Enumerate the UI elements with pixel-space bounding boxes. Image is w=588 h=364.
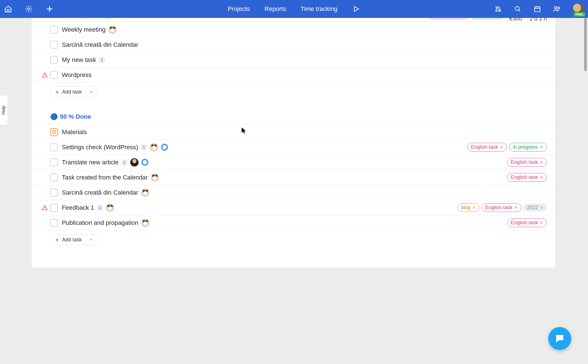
tag-label: English task xyxy=(485,205,512,211)
add-task-button[interactable]: Add task xyxy=(50,234,87,245)
assignee-avatar[interactable] xyxy=(150,143,158,151)
task-checkbox[interactable] xyxy=(50,204,58,212)
task-title: Settings check (WordPress) xyxy=(62,144,138,151)
task-row[interactable]: My new task1 xyxy=(32,52,555,67)
nav-time-tracking[interactable]: Time tracking xyxy=(301,5,337,13)
status-ring-icon[interactable] xyxy=(104,18,111,18)
search-icon[interactable] xyxy=(514,5,522,13)
status-ring-icon[interactable] xyxy=(161,144,168,151)
help-tab-label: Help xyxy=(1,106,6,115)
help-tab[interactable]: Help xyxy=(0,95,8,125)
chat-fab-button[interactable] xyxy=(548,327,571,350)
task-row[interactable]: Translate new article1English task✕ xyxy=(32,155,555,170)
section-title-label: 50 % Done xyxy=(60,113,91,120)
add-task-label: Add task xyxy=(62,237,82,243)
assignee-avatar[interactable] xyxy=(141,219,150,227)
nav-reports[interactable]: Reports xyxy=(265,5,286,13)
tag-label: English task xyxy=(511,159,538,165)
svg-point-3 xyxy=(554,6,557,9)
add-task-dropdown-button[interactable] xyxy=(87,234,96,245)
add-icon[interactable] xyxy=(45,5,54,13)
home-icon[interactable] xyxy=(4,5,12,13)
tag[interactable]: in progress✕ xyxy=(509,143,547,151)
task-row[interactable]: Publication and propagationEnglish task✕ xyxy=(32,215,555,230)
list-header-label: Materials xyxy=(62,129,87,136)
tag[interactable]: 2022✕ xyxy=(524,204,547,212)
task-checkbox[interactable] xyxy=(50,189,58,197)
task-checkbox[interactable] xyxy=(50,174,58,181)
task-title: Sarcină creată din Calendar xyxy=(62,41,138,48)
play-icon[interactable] xyxy=(352,5,360,13)
svg-point-4 xyxy=(557,7,559,9)
assignee-avatar[interactable] xyxy=(141,188,150,197)
task-title: Sarcină creată din Calendar xyxy=(62,189,138,196)
task-checkbox[interactable] xyxy=(50,143,58,151)
add-task-label: Add task xyxy=(62,89,82,95)
assignee-avatar[interactable] xyxy=(106,204,114,212)
task-row[interactable]: Sarcină creată din Calendar xyxy=(32,37,555,52)
gear-icon[interactable] xyxy=(25,5,33,13)
add-task-group: Add task xyxy=(50,87,96,97)
task-row[interactable]: Feedback 11blog✕English task✕2022✕ xyxy=(32,200,555,215)
tag-remove-icon[interactable]: ✕ xyxy=(540,144,543,150)
tag[interactable]: English task✕ xyxy=(507,158,547,167)
task-row[interactable]: Task created from the CalendarEnglish ta… xyxy=(32,170,555,185)
team-icon[interactable] xyxy=(553,5,561,13)
assignee-avatar[interactable] xyxy=(108,25,117,34)
status-ring-icon[interactable] xyxy=(141,159,148,166)
tag[interactable]: English task✕ xyxy=(507,218,547,227)
task-row[interactable]: Weekly meeting xyxy=(32,22,555,37)
list-header-row[interactable]: Materials xyxy=(32,125,555,140)
task-title: Feedback 1 xyxy=(62,204,94,211)
bell-off-icon[interactable] xyxy=(494,5,502,13)
task-row[interactable]: Wordpress xyxy=(32,67,555,83)
add-task-dropdown-button[interactable] xyxy=(87,87,96,97)
tag-label: English task xyxy=(511,174,538,180)
task-row[interactable]: Sarcină creată din Calendar xyxy=(32,185,555,200)
task-title: Weekly meeting xyxy=(62,26,106,33)
assignee-avatar[interactable] xyxy=(130,158,139,167)
task-checkbox[interactable] xyxy=(50,219,58,227)
task-checkbox[interactable] xyxy=(50,56,58,64)
task-row[interactable]: Settings check (WordPress)1English task✕… xyxy=(32,140,555,155)
warning-icon xyxy=(42,72,48,78)
calendar-icon[interactable] xyxy=(533,5,542,13)
top-navbar: Projects Reports Time tracking TRIAL xyxy=(0,0,588,18)
section-header[interactable]: 🔵 50 % Done xyxy=(32,97,555,125)
task-checkbox[interactable] xyxy=(50,158,58,166)
tag-remove-icon[interactable]: ✕ xyxy=(540,205,543,210)
task-meta-budget: €300 xyxy=(509,18,522,22)
subtask-count: 1 xyxy=(97,205,103,211)
tag[interactable]: check-up✕ xyxy=(471,18,504,19)
task-title: Translate new article xyxy=(62,159,118,166)
tag-label: 2022 xyxy=(527,205,538,211)
task-checkbox[interactable] xyxy=(50,71,58,79)
tag-remove-icon[interactable]: ✕ xyxy=(540,175,543,180)
task-meta-time: 2 d 1 h xyxy=(530,18,547,22)
add-task-button[interactable]: Add task xyxy=(50,87,87,97)
task-row-clipped[interactable]: WordPress update 4 English task✕ check-u… xyxy=(32,18,555,22)
tag[interactable]: English task✕ xyxy=(429,18,468,19)
tag[interactable]: English task✕ xyxy=(507,173,547,182)
scrollbar-thumb[interactable] xyxy=(584,18,587,71)
tag[interactable]: English task✕ xyxy=(482,203,521,212)
subtask-count: 1 xyxy=(99,57,105,63)
nav-projects[interactable]: Projects xyxy=(228,5,250,13)
subtask-count: 1 xyxy=(121,159,127,165)
tag[interactable]: English task✕ xyxy=(467,143,507,151)
tag-label: blog xyxy=(461,205,470,211)
tag[interactable]: blog✕ xyxy=(457,203,479,212)
task-checkbox[interactable] xyxy=(50,26,58,34)
tag-remove-icon[interactable]: ✕ xyxy=(540,220,543,225)
tag-remove-icon[interactable]: ✕ xyxy=(514,205,518,210)
tag-remove-icon[interactable]: ✕ xyxy=(472,205,476,210)
assignee-avatar[interactable] xyxy=(151,173,159,182)
task-checkbox[interactable] xyxy=(50,41,58,49)
tag-remove-icon[interactable]: ✕ xyxy=(500,144,503,150)
user-avatar[interactable]: TRIAL xyxy=(572,3,584,15)
task-title: Wordpress xyxy=(62,71,92,79)
task-title: Publication and propagation xyxy=(62,219,138,227)
tag-remove-icon[interactable]: ✕ xyxy=(540,160,543,165)
task-title: WordPress update xyxy=(50,18,101,18)
svg-point-0 xyxy=(28,8,30,10)
